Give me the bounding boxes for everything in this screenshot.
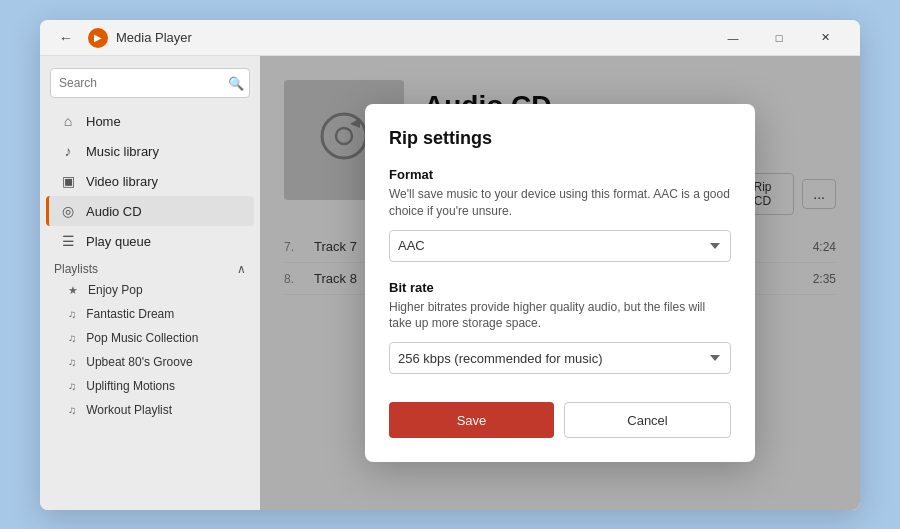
sidebar-item-video-label: Video library (86, 174, 158, 189)
dialog-overlay: Rip settings Format We'll save music to … (260, 56, 860, 510)
bitrate-select[interactable]: 128 kbps 192 kbps 256 kbps (recommended … (389, 342, 731, 374)
cancel-button[interactable]: Cancel (564, 402, 731, 438)
content-area: Audio CD Unknown artist 10 tracks • 29:2… (260, 56, 860, 510)
playlist-upbeat-groove[interactable]: ♫ Upbeat 80's Groove (40, 350, 260, 374)
star-icon: ★ (68, 284, 78, 297)
maximize-button[interactable]: □ (756, 20, 802, 56)
format-section-title: Format (389, 167, 731, 182)
window-controls: — □ ✕ (710, 20, 848, 56)
music-note-icon-4: ♫ (68, 380, 76, 392)
playlist-fantastic-dream[interactable]: ♫ Fantastic Dream (40, 302, 260, 326)
playlists-section[interactable]: Playlists ∧ (40, 256, 260, 278)
home-icon: ⌂ (60, 113, 76, 129)
music-icon: ♪ (60, 143, 76, 159)
playlist-enjoy-pop[interactable]: ★ Enjoy Pop (40, 278, 260, 302)
save-button[interactable]: Save (389, 402, 554, 438)
main-layout: 🔍 ⌂ Home ♪ Music library ▣ Video library… (40, 56, 860, 510)
search-icon[interactable]: 🔍 (228, 76, 244, 91)
playlist-workout[interactable]: ♫ Workout Playlist (40, 398, 260, 422)
sidebar: 🔍 ⌂ Home ♪ Music library ▣ Video library… (40, 56, 260, 510)
music-note-icon-5: ♫ (68, 404, 76, 416)
playlist-uplifting-label: Uplifting Motions (86, 379, 175, 393)
playlist-upbeat-label: Upbeat 80's Groove (86, 355, 192, 369)
dialog-title: Rip settings (389, 128, 731, 149)
playlist-fantastic-dream-label: Fantastic Dream (86, 307, 174, 321)
video-icon: ▣ (60, 173, 76, 189)
playlists-chevron: ∧ (237, 262, 246, 276)
bitrate-section-desc: Higher bitrates provide higher quality a… (389, 299, 731, 333)
playlists-label: Playlists (54, 262, 98, 276)
title-bar-left: ← ▶ Media Player (52, 24, 192, 52)
minimize-button[interactable]: — (710, 20, 756, 56)
playlist-workout-label: Workout Playlist (86, 403, 172, 417)
dialog-actions: Save Cancel (389, 402, 731, 438)
title-bar: ← ▶ Media Player — □ ✕ (40, 20, 860, 56)
music-note-icon-3: ♫ (68, 356, 76, 368)
back-button[interactable]: ← (52, 24, 80, 52)
bitrate-section-title: Bit rate (389, 280, 731, 295)
playlist-pop-music-collection[interactable]: ♫ Pop Music Collection (40, 326, 260, 350)
queue-icon: ☰ (60, 233, 76, 249)
format-section-desc: We'll save music to your device using th… (389, 186, 731, 220)
playlist-uplifting-motions[interactable]: ♫ Uplifting Motions (40, 374, 260, 398)
format-select[interactable]: AAC MP3 WMA FLAC (389, 230, 731, 262)
sidebar-item-video-library[interactable]: ▣ Video library (46, 166, 254, 196)
search-input[interactable] (50, 68, 250, 98)
app-title: Media Player (116, 30, 192, 45)
sidebar-item-play-queue[interactable]: ☰ Play queue (46, 226, 254, 256)
playlist-enjoy-pop-label: Enjoy Pop (88, 283, 143, 297)
close-button[interactable]: ✕ (802, 20, 848, 56)
cd-icon: ◎ (60, 203, 76, 219)
sidebar-item-home-label: Home (86, 114, 121, 129)
sidebar-item-home[interactable]: ⌂ Home (46, 106, 254, 136)
sidebar-item-cd-label: Audio CD (86, 204, 142, 219)
rip-settings-dialog: Rip settings Format We'll save music to … (365, 104, 755, 462)
sidebar-item-music-label: Music library (86, 144, 159, 159)
music-note-icon-2: ♫ (68, 332, 76, 344)
app-window: ← ▶ Media Player — □ ✕ 🔍 ⌂ Home ♪ Music … (40, 20, 860, 510)
search-box: 🔍 (50, 68, 250, 98)
sidebar-item-music-library[interactable]: ♪ Music library (46, 136, 254, 166)
playlist-pop-collection-label: Pop Music Collection (86, 331, 198, 345)
music-note-icon: ♫ (68, 308, 76, 320)
app-icon: ▶ (88, 28, 108, 48)
sidebar-item-queue-label: Play queue (86, 234, 151, 249)
sidebar-item-audio-cd[interactable]: ◎ Audio CD (46, 196, 254, 226)
